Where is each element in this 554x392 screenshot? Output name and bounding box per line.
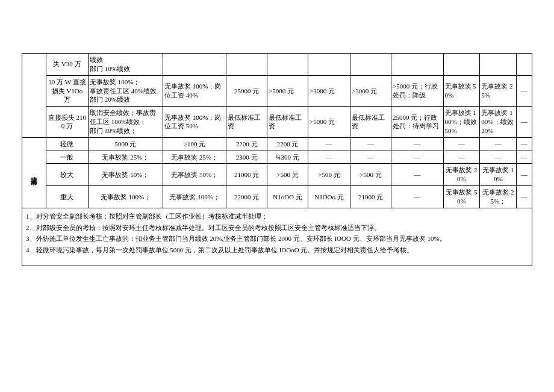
cell: 最低标准工资: [226, 107, 267, 138]
cell: >500 元: [350, 164, 391, 186]
cell: 25000 元；行政处罚：待岗学习: [391, 107, 443, 138]
cell: 无事故奖 25%: [480, 75, 517, 107]
cell: 最低标准工资: [350, 107, 391, 138]
level-cell: 重大: [46, 186, 88, 208]
cell: 无事故奖 10%: [480, 164, 517, 186]
cell: 21000 元: [226, 164, 267, 186]
cell: 无事故奖 100%；岗位工资 50%: [163, 107, 226, 138]
cell: —: [517, 137, 532, 151]
cell: >5000 元: [308, 107, 350, 138]
cell: —: [443, 151, 480, 164]
cell: —: [308, 137, 350, 151]
level-cell: 一般: [46, 151, 88, 164]
cell: 最低标准工资: [267, 107, 308, 138]
cell: —: [517, 75, 532, 107]
cell: N1oOO 元: [267, 186, 308, 208]
table-row: 失 V30 万 绩效 部门 10%绩效: [22, 54, 532, 76]
cell: >500 元: [308, 164, 350, 186]
cell: [391, 54, 443, 76]
cell: —: [480, 151, 517, 164]
cell: —: [391, 151, 443, 164]
cell: >5000 元: [267, 75, 308, 107]
cell: ¼300 元: [267, 151, 308, 164]
cell: >5000 元；行政处罚：降级: [391, 75, 443, 107]
cell: >3000 元: [308, 75, 350, 107]
cell: 无事故奖 25%；: [480, 186, 517, 208]
table-row: 直接损失 2100 万 取消安全绩效；事故责任工区 100%绩效； 部门 40%…: [22, 107, 532, 138]
cell: 绩效 部门 10%绩效: [88, 54, 163, 76]
note-line: 1、对分管安全副部长考核：按照对主管副部长（工区作业长）考核标准减半处理；: [26, 211, 528, 222]
cell: [517, 54, 532, 76]
cell: >3000 元: [350, 75, 391, 107]
cell: —: [308, 151, 350, 164]
cell: —: [391, 186, 443, 208]
cell: [308, 54, 350, 76]
cell: —: [350, 151, 391, 164]
cell: 无事故奖 100%；: [163, 186, 226, 208]
cell: [163, 54, 226, 76]
level-cell: 较大: [46, 164, 88, 186]
cell: [480, 54, 517, 76]
loss-cell: 直接损失 2100 万: [46, 107, 88, 138]
cell: —: [517, 151, 532, 164]
note-line: 3、外协施工单位发生生工亡事故的：扣业务主管部门当月绩效 20%,业务主管部门部…: [26, 233, 528, 244]
note-line: 2、对部级安全员的考核：按照对安环主任考核标准减半处理。对工区安全员的考核按照工…: [26, 222, 528, 234]
cell: —: [517, 164, 532, 186]
cell: 25000 元: [226, 75, 267, 107]
loss-cell: 失 V30 万: [46, 54, 88, 76]
cell: 5000 元: [88, 137, 163, 151]
table-row: 境染故环污事 轻微 5000 元 ≥100 元 2200 元 2200 元 — …: [22, 137, 532, 151]
cell: 无事故奖 50%；: [88, 164, 163, 186]
table-row: 重大 无事故奖 100%； 无事故奖 100%； 22000 元 N1oOO 元…: [22, 186, 532, 208]
cell: 无事故奖 50%: [443, 186, 480, 208]
cell: 无事故奖 100%；岗位工资 40%: [163, 75, 226, 107]
cell: 无事故奖 20%: [443, 164, 480, 186]
cell: —: [517, 186, 532, 208]
level-cell: 轻微: [46, 137, 88, 151]
cell: —: [391, 164, 443, 186]
note-line: 4、轻微环境污染事故，每月第一次处罚事故单位 5000 元，第二次及以上处罚事故…: [26, 244, 528, 256]
cell: 2200 元: [226, 137, 267, 151]
cell: —: [517, 107, 532, 138]
cell: [226, 54, 267, 76]
cell: 无事故奖 25%；: [88, 151, 163, 164]
cell: [350, 54, 391, 76]
env-label: 境染故环污事: [30, 171, 39, 175]
cell: 22000 元: [226, 186, 267, 208]
table-row: 较大 无事故奖 50%； 无事故奖 50%； 21000 元 >500 元 >5…: [22, 164, 532, 186]
cell: 无事故奖 100%；: [88, 186, 163, 208]
notes-block: 1、对分管安全副部长考核：按照对主管副部长（工区作业长）考核标准减半处理； 2、…: [22, 208, 532, 266]
cell: —: [443, 137, 480, 151]
cell: 无事故奖 50%；: [163, 164, 226, 186]
category-env: 境染故环污事: [22, 137, 46, 208]
cell: 21000 元: [350, 186, 391, 208]
cell: [443, 54, 480, 76]
cell: —: [391, 137, 443, 151]
cell: 无事故奖 100%； 事故责任工区 40%绩效 部门 20%绩效: [88, 75, 163, 107]
cell: —: [480, 137, 517, 151]
table-row: 30 万 W 直接损失 V1Oo 万 无事故奖 100%； 事故责任工区 40%…: [22, 75, 532, 107]
cell: ≥100 元: [163, 137, 226, 151]
cell: 无事故奖 100%；绩效 50%: [443, 107, 480, 138]
loss-cell: 30 万 W 直接损失 V1Oo 万: [46, 75, 88, 107]
cell: 2200 元: [267, 137, 308, 151]
cell: [267, 54, 308, 76]
table-row: 一般 无事故奖 25%； 无事故奖 25%； 2300 元 ¼300 元 — —…: [22, 151, 532, 164]
cell: 无事故奖 25%；: [163, 151, 226, 164]
cell: 取消安全绩效；事故责任工区 100%绩效； 部门 40%绩效；: [88, 107, 163, 138]
cell: 无事故奖 100%；绩效 20%: [480, 107, 517, 138]
cell: 无事故奖 50%: [443, 75, 480, 107]
cell: >500 元: [267, 164, 308, 186]
cell: —: [350, 137, 391, 151]
category-prev: [22, 54, 46, 138]
cell: 2300 元: [226, 151, 267, 164]
compensation-table: 失 V30 万 绩效 部门 10%绩效 30 万 W 直接损失 V1Oo 万 无…: [22, 53, 532, 208]
cell: N1OOo 元: [308, 186, 350, 208]
